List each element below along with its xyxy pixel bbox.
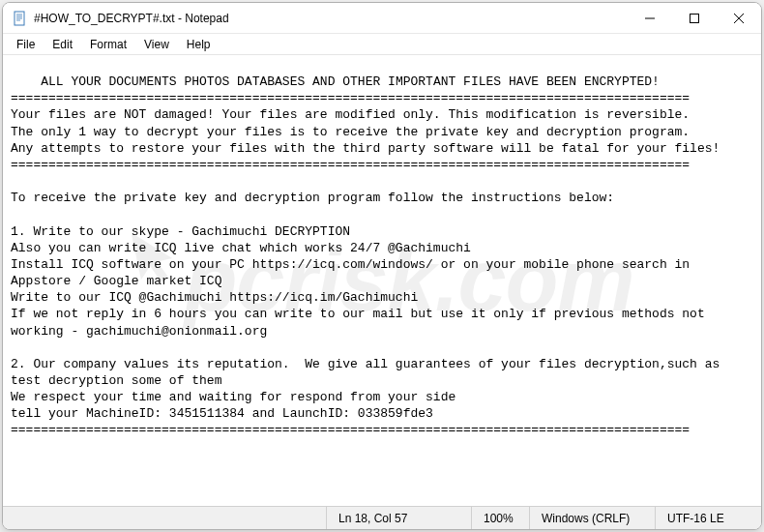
statusbar: Ln 18, Col 57 100% Windows (CRLF) UTF-16… (3, 506, 761, 529)
menu-edit[interactable]: Edit (44, 36, 80, 53)
window-title: #HOW_TO_DECRYPT#.txt - Notepad (34, 12, 628, 25)
window-controls (628, 3, 761, 33)
status-eol: Windows (CRLF) (529, 507, 655, 529)
svg-rect-6 (691, 15, 699, 23)
status-zoom: 100% (471, 507, 529, 529)
menu-help[interactable]: Help (179, 36, 219, 53)
text-editor[interactable]: ALL YOUR DOCUMENTS PHOTOS DATABASES AND … (3, 55, 761, 506)
maximize-icon (690, 14, 699, 23)
document-content: ALL YOUR DOCUMENTS PHOTOS DATABASES AND … (11, 74, 727, 437)
notepad-window: #HOW_TO_DECRYPT#.txt - Notepad File Edit… (2, 2, 762, 530)
notepad-icon (13, 11, 28, 26)
maximize-button[interactable] (672, 3, 717, 34)
minimize-button[interactable] (628, 3, 672, 34)
menubar: File Edit Format View Help (3, 34, 761, 55)
titlebar[interactable]: #HOW_TO_DECRYPT#.txt - Notepad (3, 3, 761, 34)
status-encoding: UTF-16 LE (655, 507, 761, 529)
menu-format[interactable]: Format (82, 36, 134, 53)
menu-view[interactable]: View (136, 36, 177, 53)
minimize-icon (645, 14, 655, 23)
status-position: Ln 18, Col 57 (326, 507, 471, 529)
close-icon (734, 14, 744, 23)
menu-file[interactable]: File (9, 36, 43, 53)
close-button[interactable] (717, 3, 761, 34)
status-spacer (3, 507, 326, 529)
